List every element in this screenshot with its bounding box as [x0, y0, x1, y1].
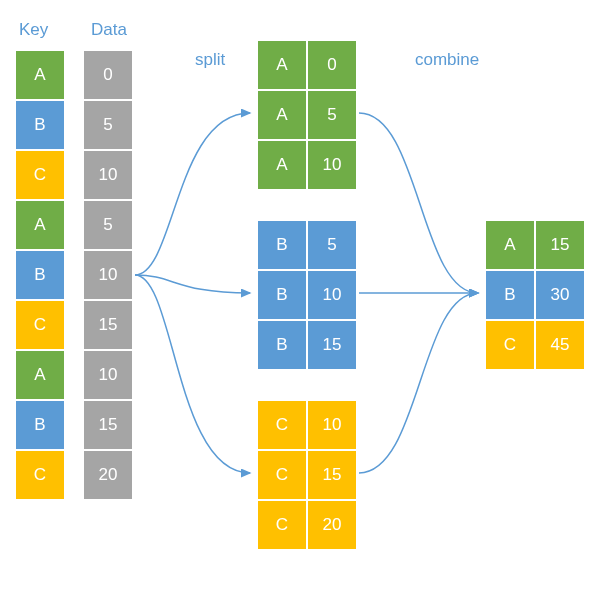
data-column: 051051015101520: [83, 50, 133, 500]
data-cell: 10: [83, 350, 133, 400]
result-cell: 45: [535, 320, 585, 370]
group-cell: B: [257, 320, 307, 370]
group-cell: 0: [307, 40, 357, 90]
key-cell: B: [15, 400, 65, 450]
key-cell: A: [15, 50, 65, 100]
data-cell: 15: [83, 400, 133, 450]
group-b-table: B5B10B15: [255, 218, 359, 372]
result-table: A15B30C45: [483, 218, 587, 372]
group-cell: 10: [307, 140, 357, 190]
result-cell: 30: [535, 270, 585, 320]
group-a-table: A0A5A10: [255, 38, 359, 192]
data-cell: 5: [83, 200, 133, 250]
key-cell: A: [15, 200, 65, 250]
group-cell: A: [257, 140, 307, 190]
group-c-table: C10C15C20: [255, 398, 359, 552]
group-cell: A: [257, 90, 307, 140]
combine-label: combine: [415, 50, 479, 70]
key-cell: B: [15, 250, 65, 300]
group-cell: 15: [307, 320, 357, 370]
data-cell: 20: [83, 450, 133, 500]
group-cell: C: [257, 450, 307, 500]
result-cell: 15: [535, 220, 585, 270]
key-cell: C: [15, 150, 65, 200]
group-cell: C: [257, 500, 307, 550]
group-cell: 20: [307, 500, 357, 550]
key-column: ABCABCABC: [15, 50, 65, 500]
key-cell: C: [15, 450, 65, 500]
data-cell: 5: [83, 100, 133, 150]
group-cell: C: [257, 400, 307, 450]
column-headers: Key Data: [15, 20, 588, 40]
data-cell: 10: [83, 150, 133, 200]
data-cell: 0: [83, 50, 133, 100]
data-header: Data: [87, 20, 141, 40]
data-cell: 10: [83, 250, 133, 300]
result-cell: B: [485, 270, 535, 320]
group-cell: 5: [307, 220, 357, 270]
group-cell: B: [257, 270, 307, 320]
input-columns: ABCABCABC 051051015101520: [15, 50, 133, 500]
key-header: Key: [15, 20, 69, 40]
group-cell: 10: [307, 270, 357, 320]
group-cell: 10: [307, 400, 357, 450]
key-cell: B: [15, 100, 65, 150]
group-cell: B: [257, 220, 307, 270]
split-label: split: [195, 50, 225, 70]
group-cell: 5: [307, 90, 357, 140]
result-cell: A: [485, 220, 535, 270]
key-cell: A: [15, 350, 65, 400]
key-cell: C: [15, 300, 65, 350]
result-cell: C: [485, 320, 535, 370]
data-cell: 15: [83, 300, 133, 350]
group-cell: A: [257, 40, 307, 90]
group-cell: 15: [307, 450, 357, 500]
